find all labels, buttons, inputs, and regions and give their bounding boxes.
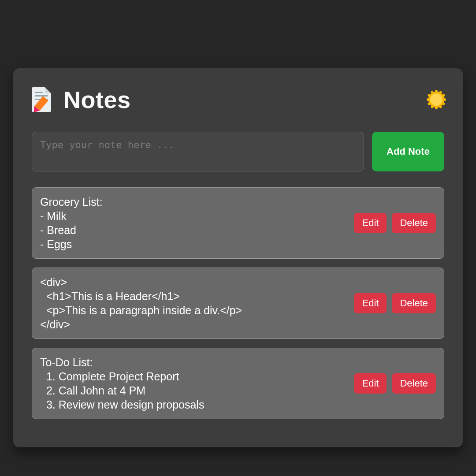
note-pencil-icon [32,87,53,112]
note-card: <div> <h1>This is a Header</h1> <p>This … [32,268,444,339]
theme-toggle[interactable] [428,92,444,108]
note-card: Grocery List: - Milk - Bread - EggsEditD… [32,187,444,259]
note-card: To-Do List: 1. Complete Project Report 2… [32,348,444,419]
page-title: Notes [63,86,131,113]
notes-list: Grocery List: - Milk - Bread - EggsEditD… [32,187,444,419]
delete-button[interactable]: Delete [392,373,436,394]
note-text: <div> <h1>This is a Header</h1> <p>This … [40,275,347,331]
note-input[interactable] [32,132,364,171]
delete-button[interactable]: Delete [392,293,436,313]
edit-button[interactable]: Edit [354,293,387,313]
note-text: Grocery List: - Milk - Bread - Eggs [40,195,347,251]
header: Notes [32,86,444,113]
sun-icon [428,92,444,108]
notes-panel: Notes Add Note Grocery List: - Milk - Br… [13,68,463,447]
input-row: Add Note [32,132,444,171]
note-actions: EditDelete [354,213,436,233]
add-note-button[interactable]: Add Note [372,132,444,171]
delete-button[interactable]: Delete [392,213,436,233]
edit-button[interactable]: Edit [354,373,387,394]
note-actions: EditDelete [354,293,436,313]
note-text: To-Do List: 1. Complete Project Report 2… [40,355,347,412]
edit-button[interactable]: Edit [354,213,387,233]
title-wrap: Notes [32,86,131,113]
note-actions: EditDelete [354,373,436,394]
